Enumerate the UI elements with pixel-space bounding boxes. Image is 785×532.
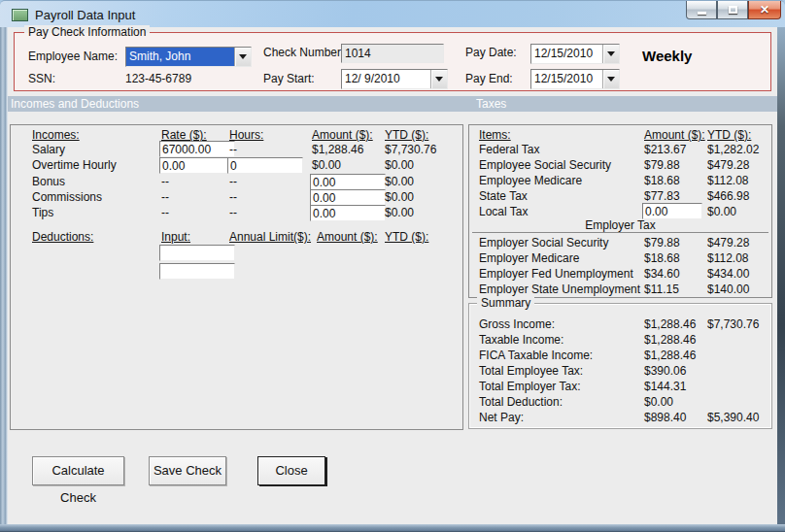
check-number-label: Check Number: [263,46,344,59]
overtime-rate-input[interactable] [159,157,235,174]
close-button[interactable]: ✕ [748,1,781,19]
pay-date-label: Pay Date: [465,46,517,59]
net-pay-label: Net Pay: [479,411,524,424]
bonus-rate: -- [161,175,169,188]
total-deduction-row: Total Deduction: $0.00 [469,395,771,411]
pay-end-datepicker[interactable]: 12/15/2010 [530,69,620,89]
commissions-label: Commissions [32,190,102,204]
pay-start-datepicker[interactable]: 12/ 9/2010 [341,69,448,89]
federal-tax-label: Federal Tax [479,143,539,156]
total-employee-tax-amount: $390.06 [644,364,686,378]
bonus-hours: -- [229,175,237,188]
salary-amount: $1,288.46 [312,143,363,156]
overtime-hours-input[interactable] [227,157,303,174]
app-form-icon [12,9,28,21]
ssn-value: 123-45-6789 [125,72,191,85]
deductions-header-row: Deductions: Input: Annual Limit($): Amou… [11,230,462,246]
net-pay-amount: $898.40 [644,411,686,424]
overtime-label: Overtime Hourly [32,158,117,172]
pay-end-dropdown-button[interactable] [602,70,619,88]
salary-rate-input[interactable] [159,141,235,157]
employee-name-dropdown-button[interactable] [234,48,251,66]
incomes-section-header: Incomes and Deductions [11,97,139,111]
pay-end-value: 12/15/2010 [531,70,602,88]
employee-ss-label: Employee Social Security [479,158,611,172]
pay-date-dropdown-button[interactable] [602,45,619,63]
section-header-band: Incomes and Deductions Taxes [8,96,777,112]
employer-fed-unemployment-row: Employer Fed Unemployment $34.60 $434.00 [469,267,771,283]
tips-ytd: $0.00 [385,206,414,219]
total-employer-tax-label: Total Employer Tax: [479,380,581,393]
local-tax-ytd: $0.00 [707,205,736,218]
incomes-header-row: Incomes: Rate ($): Hours: Amount ($): YT… [11,128,462,144]
bonus-amount-input[interactable] [310,174,386,190]
local-tax-input[interactable] [642,203,702,219]
employer-state-unemployment-ytd: $140.00 [707,283,749,296]
federal-tax-amount: $213.67 [644,143,686,156]
taxable-income-row: Taxable Income: $1,288.46 [469,333,771,349]
save-check-button[interactable]: Save Check [149,456,226,485]
state-tax-amount: $77.83 [644,189,680,203]
title-bar[interactable]: Payroll Data Input ✕ [0,0,785,27]
maximize-icon [729,6,737,14]
employee-name-combobox[interactable]: Smith, John [125,47,252,67]
deduction-amount-col-header: Amount ($): [317,230,378,244]
ssn-label: SSN: [28,72,55,85]
employee-name-label: Employee Name: [28,50,118,63]
annual-limit-col-header: Annual Limit($): [229,230,311,244]
window-controls: ✕ [686,1,781,19]
net-pay-row: Net Pay: $898.40 $5,390.40 [469,411,771,426]
taxable-income-amount: $1,288.46 [644,333,696,347]
tips-amount-input[interactable] [310,205,386,221]
employer-ss-amount: $79.88 [644,236,680,249]
commissions-row: Commissions -- -- $0.00 [11,190,462,206]
employer-medicare-amount: $18.68 [644,251,680,265]
payroll-dialog-window: Payroll Data Input ✕ Pay Check Informati… [0,0,785,532]
pay-date-value: 12/15/2010 [531,45,602,63]
pay-start-dropdown-button[interactable] [430,70,447,88]
bonus-label: Bonus [32,175,65,188]
close-dialog-button[interactable]: Close [257,456,325,485]
employer-state-unemployment-label: Employer State Unemployment [479,283,640,296]
tips-rate: -- [161,206,169,219]
maximize-button[interactable] [717,1,748,19]
gross-income-label: Gross Income: [479,317,555,331]
overtime-amount: $0.00 [312,158,341,172]
employee-medicare-row: Employee Medicare $18.68 $112.08 [469,174,771,189]
salary-label: Salary [32,143,65,156]
bonus-row: Bonus -- -- $0.00 [11,175,462,190]
net-pay-ytd: $5,390.40 [707,411,759,424]
health-insurance-input[interactable] [159,245,235,261]
check-number-input[interactable] [341,44,444,63]
calculate-check-button[interactable]: Calculate Check [32,456,124,485]
items-col-header: Items: [479,128,511,142]
taxes-section-header: Taxes [476,97,506,111]
tips-label: Tips [32,206,53,219]
employer-state-unemployment-amount: $11.15 [644,283,679,296]
taxable-income-label: Taxable Income: [479,333,563,347]
minimize-icon [698,12,706,15]
chevron-down-icon [607,51,615,56]
employer-medicare-row: Employer Medicare $18.68 $112.08 [469,251,771,267]
summary-group: Summary Gross Income: $1,288.46 $7,730.7… [468,303,772,429]
employee-ss-amount: $79.88 [644,158,680,172]
dialog-client-area: Pay Check Information Employee Name: Smi… [8,27,777,524]
deduction-ytd-col-header: YTD ($): [385,230,428,244]
tax-ytd-col-header: YTD ($): [707,128,751,142]
employer-fed-unemployment-ytd: $434.00 [707,267,749,281]
pay-end-label: Pay End: [465,72,513,85]
salary-row: Salary -- $1,288.46 $7,730.76 [11,143,462,158]
pay-date-datepicker[interactable]: 12/15/2010 [530,44,620,64]
fica-taxable-row: FICA Taxable Income: $1,288.46 [469,349,771,364]
employee-ss-ytd: $479.28 [707,158,749,172]
tips-row: Tips -- -- $0.00 [11,206,462,221]
employer-ss-row: Employer Social Security $79.88 $479.28 [469,236,771,251]
federal-tax-ytd: $1,282.02 [707,143,759,156]
minimize-button[interactable] [686,1,717,19]
401k-input[interactable] [159,263,235,280]
commissions-amount-input[interactable] [310,189,386,206]
amount-col-header: Amount ($): [312,128,373,142]
federal-tax-row: Federal Tax $213.67 $1,282.02 [469,143,771,158]
employer-ss-ytd: $479.28 [707,236,749,249]
total-employee-tax-row: Total Employee Tax: $390.06 [469,364,771,380]
